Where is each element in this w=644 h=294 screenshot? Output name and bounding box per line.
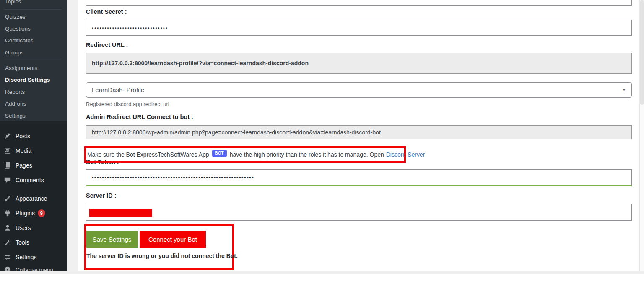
server-id-label: Server ID : — [86, 192, 117, 199]
admin-redirect-label: Admin Redirect URL Connect to bot : — [86, 113, 193, 120]
sidebar-item-questions[interactable]: Questions — [0, 24, 67, 34]
sidebar-item-posts[interactable]: Posts — [0, 129, 67, 143]
sidebar-item-label: Settings — [16, 254, 37, 260]
admin-gutter — [67, 0, 78, 271]
server-id-input[interactable] — [86, 204, 632, 221]
submenu-separator — [4, 9, 61, 10]
sidebar-item-topics[interactable]: Topics — [0, 0, 67, 6]
sidebar-item-quizzes[interactable]: Quizzes — [0, 13, 67, 22]
discord-server-link[interactable]: Discord Server — [386, 151, 425, 158]
sliders-icon — [3, 253, 12, 261]
sidebar-item-label: Posts — [16, 133, 30, 139]
redirect-app-select[interactable]: LearnDash- Profile ▼ — [86, 82, 632, 98]
wrench-icon — [3, 238, 12, 247]
client-id-input[interactable] — [86, 0, 632, 6]
redirect-url-field: http://127.0.0.2:8000/learndash-profile/… — [86, 53, 632, 74]
sidebar-item-media[interactable]: Media — [0, 143, 67, 158]
notice-text-after: have the high priority than the roles it… — [230, 151, 384, 158]
redirect-app-helper-text: Registered discord app redirect url — [86, 101, 169, 107]
sidebar-item-label: Collapse menu — [16, 267, 53, 272]
client-secret-input[interactable]: •••••••••••••••••••••••••••••• — [86, 20, 632, 36]
sidebar-item-tools[interactable]: Tools — [0, 235, 67, 250]
sidebar-item-plugins[interactable]: Plugins 9 — [0, 206, 67, 220]
scrollbar-thumb[interactable] — [640, 0, 644, 105]
bot-token-label: Bot Token : — [86, 159, 119, 165]
user-icon — [3, 224, 12, 232]
sidebar-item-discord-settings[interactable]: Discord Settings — [0, 75, 67, 85]
redaction-bar — [89, 209, 152, 217]
bot-token-input[interactable]: ••••••••••••••••••••••••••••••••••••••••… — [86, 169, 632, 186]
bot-badge: BOT — [212, 150, 227, 157]
comment-icon — [3, 176, 12, 184]
redirect-url-label: Redirect URL : — [86, 41, 128, 48]
sidebar-item-assignments[interactable]: Assignments — [0, 64, 67, 73]
media-icon — [3, 147, 12, 155]
sidebar-item-label: Media — [16, 147, 31, 154]
admin-redirect-field: http://127.0.0.2:8000/wp-admin/admin.php… — [86, 125, 632, 139]
admin-redirect-value: http://127.0.0.2:8000/wp-admin/admin.php… — [92, 129, 381, 136]
bot-priority-notice: Make sure the Bot ExpressTechSoftWares A… — [87, 146, 425, 163]
discord-settings-form: Client Secret : ••••••••••••••••••••••••… — [78, 0, 639, 271]
admin-sidebar: Topics Quizzes Questions Certificates Gr… — [0, 0, 67, 271]
client-secret-label: Client Secret : — [86, 8, 127, 15]
pages-icon — [3, 161, 12, 170]
sidebar-item-users[interactable]: Users — [0, 220, 67, 235]
sidebar-item-groups[interactable]: Groups — [0, 48, 67, 57]
chevron-down-icon: ▼ — [622, 88, 626, 92]
notice-text-before: Make sure the Bot ExpressTechSoftWares A… — [87, 151, 209, 158]
collapse-menu-button[interactable]: Collapse menu — [0, 264, 67, 271]
pin-icon — [3, 132, 12, 140]
sidebar-item-appearance[interactable]: Appearance — [0, 191, 67, 206]
redirect-app-selected-value: LearnDash- Profile — [92, 86, 144, 93]
sidebar-item-ld-settings[interactable]: Settings — [0, 111, 67, 121]
window-bottom-edge — [0, 271, 644, 274]
sidebar-item-label: Appearance — [16, 195, 47, 202]
learndash-submenu: Topics Quizzes Questions Certificates Gr… — [0, 0, 67, 121]
connect-bot-button[interactable]: Connect your Bot — [140, 231, 206, 248]
save-settings-button[interactable]: Save Settings — [86, 231, 138, 248]
plugins-update-badge: 9 — [38, 209, 45, 217]
plug-icon — [3, 209, 12, 217]
server-error-message: The server ID is wrong or you did not co… — [86, 253, 238, 259]
sidebar-item-wp-settings[interactable]: Settings — [0, 250, 67, 264]
sidebar-item-label: Users — [16, 224, 31, 231]
sidebar-item-comments[interactable]: Comments — [0, 173, 67, 187]
client-secret-value: •••••••••••••••••••••••••••••• — [92, 25, 168, 31]
brush-icon — [3, 194, 12, 203]
sidebar-item-label: Tools — [16, 239, 29, 246]
sidebar-item-addons[interactable]: Add-ons — [0, 99, 67, 108]
sidebar-item-certificates[interactable]: Certificates — [0, 36, 67, 45]
sidebar-item-label: Comments — [16, 177, 44, 183]
sidebar-item-reports[interactable]: Reports — [0, 88, 67, 97]
submenu-separator — [4, 60, 61, 60]
sidebar-item-label: Plugins — [16, 210, 35, 217]
sidebar-item-pages[interactable]: Pages — [0, 158, 67, 173]
redirect-url-value: http://127.0.0.2:8000/learndash-profile/… — [92, 60, 309, 67]
bot-token-value: ••••••••••••••••••••••••••••••••••••••••… — [92, 174, 254, 181]
sidebar-item-label: Pages — [16, 162, 32, 169]
collapse-icon — [3, 266, 12, 271]
